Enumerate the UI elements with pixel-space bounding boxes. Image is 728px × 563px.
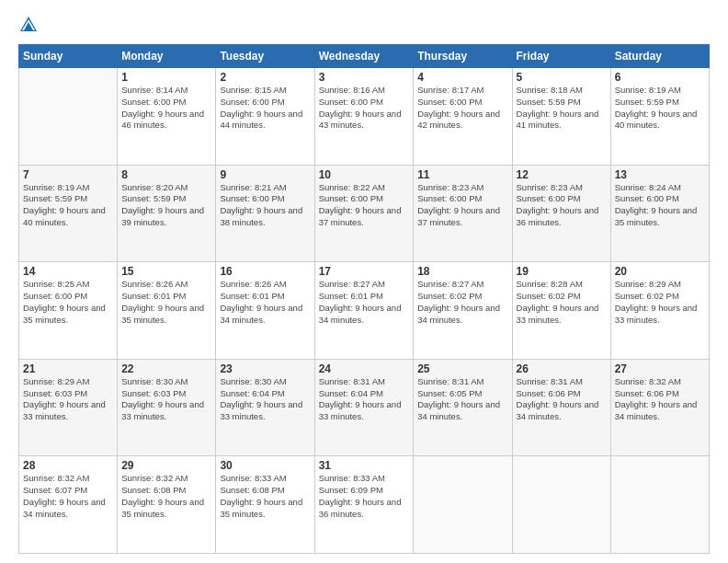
day-info: Sunrise: 8:31 AMSunset: 6:06 PMDaylight:…	[517, 376, 607, 423]
calendar-cell: 19Sunrise: 8:28 AMSunset: 6:02 PMDayligh…	[512, 262, 610, 360]
day-info: Sunrise: 8:33 AMSunset: 6:08 PMDaylight:…	[220, 473, 310, 520]
day-number: 27	[615, 362, 705, 375]
page: Sunday Monday Tuesday Wednesday Thursday…	[0, 0, 728, 563]
day-number: 30	[220, 459, 310, 472]
day-info: Sunrise: 8:32 AMSunset: 6:07 PMDaylight:…	[23, 473, 113, 520]
day-info: Sunrise: 8:16 AMSunset: 6:00 PMDaylight:…	[319, 85, 410, 132]
day-info: Sunrise: 8:20 AMSunset: 5:59 PMDaylight:…	[121, 182, 211, 229]
day-number: 26	[517, 362, 607, 375]
day-info: Sunrise: 8:29 AMSunset: 6:03 PMDaylight:…	[23, 376, 113, 423]
calendar-cell: 20Sunrise: 8:29 AMSunset: 6:02 PMDayligh…	[610, 262, 709, 360]
calendar-cell: 12Sunrise: 8:23 AMSunset: 6:00 PMDayligh…	[512, 165, 610, 262]
calendar-table: Sunday Monday Tuesday Wednesday Thursday…	[18, 44, 710, 554]
calendar-cell: 5Sunrise: 8:18 AMSunset: 5:59 PMDaylight…	[512, 68, 610, 166]
day-number: 23	[220, 362, 310, 375]
day-number: 18	[417, 265, 507, 278]
day-number: 29	[121, 459, 211, 472]
header-tuesday: Tuesday	[216, 45, 314, 68]
day-info: Sunrise: 8:32 AMSunset: 6:08 PMDaylight:…	[121, 473, 211, 520]
day-number: 13	[615, 168, 705, 181]
day-info: Sunrise: 8:24 AMSunset: 6:00 PMDaylight:…	[615, 182, 705, 229]
calendar-week-row: 1Sunrise: 8:14 AMSunset: 6:00 PMDaylight…	[19, 68, 710, 166]
header	[18, 17, 710, 35]
calendar-cell: 29Sunrise: 8:32 AMSunset: 6:08 PMDayligh…	[118, 456, 216, 554]
day-info: Sunrise: 8:31 AMSunset: 6:04 PMDaylight:…	[319, 376, 410, 423]
calendar-cell	[512, 456, 610, 554]
day-number: 14	[23, 265, 113, 278]
calendar-cell: 25Sunrise: 8:31 AMSunset: 6:05 PMDayligh…	[414, 359, 512, 456]
day-info: Sunrise: 8:14 AMSunset: 6:00 PMDaylight:…	[121, 85, 211, 132]
day-number: 8	[121, 168, 211, 181]
day-number: 7	[23, 168, 113, 181]
calendar-week-row: 7Sunrise: 8:19 AMSunset: 5:59 PMDaylight…	[19, 165, 710, 262]
calendar-cell: 14Sunrise: 8:25 AMSunset: 6:00 PMDayligh…	[19, 262, 118, 360]
day-number: 12	[517, 168, 607, 181]
header-thursday: Thursday	[414, 45, 512, 68]
day-info: Sunrise: 8:26 AMSunset: 6:01 PMDaylight:…	[220, 279, 310, 326]
calendar-cell: 16Sunrise: 8:26 AMSunset: 6:01 PMDayligh…	[216, 262, 314, 360]
calendar-cell: 18Sunrise: 8:27 AMSunset: 6:02 PMDayligh…	[414, 262, 512, 360]
calendar-cell: 27Sunrise: 8:32 AMSunset: 6:06 PMDayligh…	[610, 359, 709, 456]
calendar-cell: 24Sunrise: 8:31 AMSunset: 6:04 PMDayligh…	[314, 359, 414, 456]
calendar-cell: 6Sunrise: 8:19 AMSunset: 5:59 PMDaylight…	[610, 68, 709, 166]
day-number: 16	[220, 265, 310, 278]
day-info: Sunrise: 8:31 AMSunset: 6:05 PMDaylight:…	[417, 376, 507, 423]
calendar-cell: 1Sunrise: 8:14 AMSunset: 6:00 PMDaylight…	[118, 68, 216, 166]
logo	[18, 17, 40, 35]
day-info: Sunrise: 8:27 AMSunset: 6:02 PMDaylight:…	[417, 279, 507, 326]
day-info: Sunrise: 8:22 AMSunset: 6:00 PMDaylight:…	[319, 182, 410, 229]
calendar-week-row: 14Sunrise: 8:25 AMSunset: 6:00 PMDayligh…	[19, 262, 710, 360]
day-info: Sunrise: 8:17 AMSunset: 6:00 PMDaylight:…	[417, 85, 507, 132]
calendar-cell: 9Sunrise: 8:21 AMSunset: 6:00 PMDaylight…	[216, 165, 314, 262]
day-number: 24	[319, 362, 410, 375]
day-number: 15	[121, 265, 211, 278]
header-wednesday: Wednesday	[314, 45, 414, 68]
header-sunday: Sunday	[19, 45, 118, 68]
calendar-cell	[19, 68, 118, 166]
day-number: 19	[517, 265, 607, 278]
day-number: 5	[517, 71, 607, 84]
day-number: 22	[121, 362, 211, 375]
calendar-cell: 28Sunrise: 8:32 AMSunset: 6:07 PMDayligh…	[19, 456, 118, 554]
day-number: 20	[615, 265, 705, 278]
day-number: 9	[220, 168, 310, 181]
day-info: Sunrise: 8:33 AMSunset: 6:09 PMDaylight:…	[319, 473, 410, 520]
day-info: Sunrise: 8:15 AMSunset: 6:00 PMDaylight:…	[220, 85, 310, 132]
calendar-cell: 2Sunrise: 8:15 AMSunset: 6:00 PMDaylight…	[216, 68, 314, 166]
calendar-cell: 23Sunrise: 8:30 AMSunset: 6:04 PMDayligh…	[216, 359, 314, 456]
day-info: Sunrise: 8:30 AMSunset: 6:04 PMDaylight:…	[220, 376, 310, 423]
day-info: Sunrise: 8:19 AMSunset: 5:59 PMDaylight:…	[615, 85, 705, 132]
calendar-cell: 3Sunrise: 8:16 AMSunset: 6:00 PMDaylight…	[314, 68, 414, 166]
day-number: 17	[319, 265, 410, 278]
day-info: Sunrise: 8:25 AMSunset: 6:00 PMDaylight:…	[23, 279, 113, 326]
day-number: 10	[319, 168, 410, 181]
calendar-cell: 11Sunrise: 8:23 AMSunset: 6:00 PMDayligh…	[414, 165, 512, 262]
calendar-cell: 7Sunrise: 8:19 AMSunset: 5:59 PMDaylight…	[19, 165, 118, 262]
day-number: 11	[417, 168, 507, 181]
calendar-cell: 8Sunrise: 8:20 AMSunset: 5:59 PMDaylight…	[118, 165, 216, 262]
day-info: Sunrise: 8:21 AMSunset: 6:00 PMDaylight:…	[220, 182, 310, 229]
day-number: 28	[23, 459, 113, 472]
day-number: 3	[319, 71, 410, 84]
calendar-week-row: 21Sunrise: 8:29 AMSunset: 6:03 PMDayligh…	[19, 359, 710, 456]
header-saturday: Saturday	[610, 45, 709, 68]
calendar-cell: 26Sunrise: 8:31 AMSunset: 6:06 PMDayligh…	[512, 359, 610, 456]
calendar-cell: 21Sunrise: 8:29 AMSunset: 6:03 PMDayligh…	[19, 359, 118, 456]
calendar-cell: 13Sunrise: 8:24 AMSunset: 6:00 PMDayligh…	[610, 165, 709, 262]
day-info: Sunrise: 8:26 AMSunset: 6:01 PMDaylight:…	[121, 279, 211, 326]
day-info: Sunrise: 8:28 AMSunset: 6:02 PMDaylight:…	[517, 279, 607, 326]
calendar-cell: 31Sunrise: 8:33 AMSunset: 6:09 PMDayligh…	[314, 456, 414, 554]
calendar-cell: 10Sunrise: 8:22 AMSunset: 6:00 PMDayligh…	[314, 165, 414, 262]
day-info: Sunrise: 8:27 AMSunset: 6:01 PMDaylight:…	[319, 279, 410, 326]
day-info: Sunrise: 8:30 AMSunset: 6:03 PMDaylight:…	[121, 376, 211, 423]
day-number: 2	[220, 71, 310, 84]
day-info: Sunrise: 8:19 AMSunset: 5:59 PMDaylight:…	[23, 182, 113, 229]
day-info: Sunrise: 8:18 AMSunset: 5:59 PMDaylight:…	[517, 85, 607, 132]
day-info: Sunrise: 8:23 AMSunset: 6:00 PMDaylight:…	[517, 182, 607, 229]
calendar-week-row: 28Sunrise: 8:32 AMSunset: 6:07 PMDayligh…	[19, 456, 710, 554]
day-number: 21	[23, 362, 113, 375]
calendar-cell: 4Sunrise: 8:17 AMSunset: 6:00 PMDaylight…	[414, 68, 512, 166]
logo-icon	[18, 15, 39, 35]
calendar-cell: 15Sunrise: 8:26 AMSunset: 6:01 PMDayligh…	[118, 262, 216, 360]
calendar-cell	[414, 456, 512, 554]
